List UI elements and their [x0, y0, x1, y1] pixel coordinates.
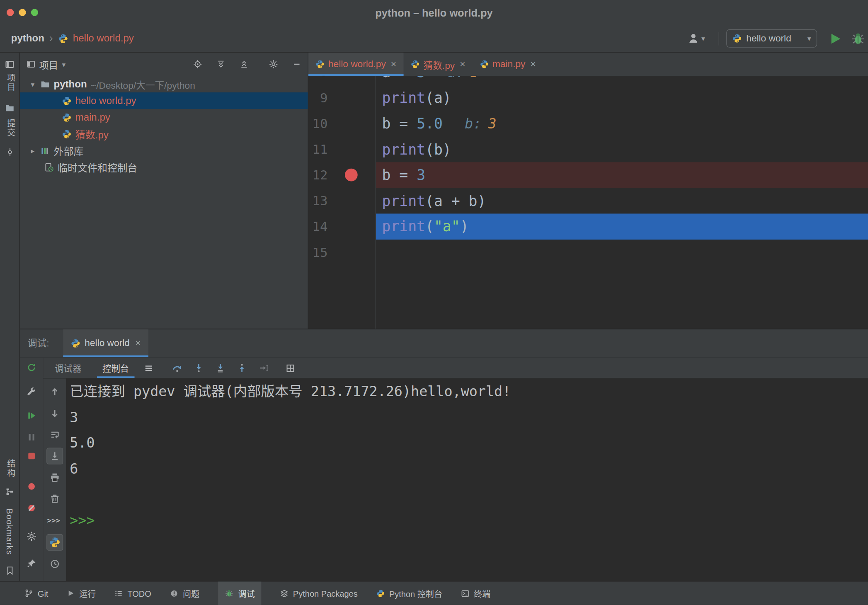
code-line-10: 10 b = 5.0b:3 — [308, 111, 868, 136]
gutter[interactable]: 14 — [308, 214, 376, 240]
breadcrumb-file[interactable]: hello world.py — [73, 33, 134, 44]
project-tool-icon[interactable] — [5, 60, 15, 69]
folder-icon[interactable] — [5, 104, 15, 113]
debug-session-tab[interactable]: hello world × — [63, 329, 148, 357]
chevron-down-icon[interactable]: ▾ — [29, 80, 36, 88]
code-token: (a) — [425, 90, 451, 106]
breadcrumb-separator-icon: › — [49, 32, 53, 45]
hide-panel-button[interactable] — [292, 60, 301, 68]
code-token: (b) — [425, 141, 451, 157]
settings-wrench-icon[interactable] — [27, 387, 36, 397]
up-arrow-icon[interactable] — [50, 387, 60, 397]
view-breakpoints-button[interactable] — [27, 482, 36, 491]
select-opened-file-button[interactable] — [193, 60, 202, 68]
close-icon[interactable]: × — [530, 59, 536, 70]
tree-item-scratches[interactable]: 临时文件和控制台 — [20, 159, 308, 175]
session-tab-label: hello world — [85, 338, 130, 349]
breakpoint-icon[interactable] — [345, 169, 358, 182]
debug-button[interactable] — [851, 31, 866, 46]
step-into-button[interactable] — [194, 363, 204, 373]
close-icon[interactable]: × — [135, 338, 141, 349]
layout-menu-icon[interactable] — [144, 363, 153, 373]
expand-all-button[interactable] — [216, 60, 225, 68]
console-tab[interactable]: 控制台 — [97, 358, 135, 378]
gutter[interactable]: 11 — [308, 136, 376, 162]
mute-breakpoints-button[interactable] — [27, 503, 36, 513]
run-to-cursor-button[interactable] — [259, 363, 269, 373]
python-file-icon — [480, 60, 488, 68]
debugger-tab[interactable]: 调试器 — [49, 358, 87, 378]
debug-hint-value: 3 — [488, 116, 497, 132]
debugger-tab-label: 调试器 — [55, 361, 81, 374]
scroll-to-end-toggle[interactable] — [46, 448, 63, 464]
gutter[interactable]: 9 — [308, 85, 376, 111]
tree-item-caishu-py[interactable]: 猜数.py — [20, 126, 308, 142]
show-python-prompt-toggle[interactable] — [46, 534, 63, 551]
console-prompt[interactable]: >>> — [70, 508, 868, 534]
soft-wrap-icon[interactable] — [50, 430, 60, 440]
statusbar-todo[interactable]: TODO — [115, 582, 151, 605]
gutter[interactable]: 13 — [308, 188, 376, 213]
statusbar-terminal[interactable]: 终端 — [461, 582, 490, 605]
statusbar-python-packages[interactable]: Python Packages — [280, 582, 358, 605]
resume-program-button[interactable] — [27, 411, 36, 421]
tree-root-python[interactable]: ▾ python ~/Desktop/大一下/python — [20, 76, 308, 92]
tree-item-main-py[interactable]: main.py — [20, 109, 308, 126]
down-arrow-icon[interactable] — [50, 409, 60, 419]
force-step-into-button[interactable] — [216, 363, 225, 373]
debug-settings-gear-icon[interactable] — [27, 531, 36, 541]
editor-tab-caishu-py[interactable]: 猜数.py × — [403, 53, 472, 76]
tool-strip-commit[interactable]: 提交 — [5, 119, 17, 138]
close-icon[interactable]: × — [460, 59, 465, 70]
tool-strip-bookmarks[interactable]: Bookmarks — [5, 508, 15, 555]
stop-button[interactable] — [27, 451, 36, 461]
user-menu-button[interactable]: ▾ — [688, 25, 705, 52]
command-prompt-icon[interactable]: >>> — [47, 516, 60, 525]
statusbar-run[interactable]: 运行 — [67, 582, 96, 605]
step-out-button[interactable] — [237, 363, 247, 373]
python-file-icon — [62, 96, 72, 106]
tree-item-external-libraries[interactable]: ▸ 外部库 — [20, 142, 308, 159]
statusbar-python-console[interactable]: Python 控制台 — [376, 582, 442, 605]
code-token: 3 — [417, 167, 425, 183]
clear-console-icon[interactable] — [50, 494, 60, 503]
project-view-selector[interactable]: 项目 ▾ — [27, 53, 65, 76]
options-gear-icon[interactable] — [269, 60, 278, 68]
statusbar-debug[interactable]: 调试 — [218, 582, 262, 605]
bookmark-icon[interactable] — [5, 566, 14, 575]
gutter[interactable]: 8 — [308, 76, 376, 85]
tree-item-label: hello world.py — [75, 95, 136, 106]
chevron-right-icon[interactable]: ▸ — [29, 146, 36, 155]
pin-tab-button[interactable] — [27, 559, 36, 569]
debug-hint-label: b: — [465, 116, 481, 132]
gutter[interactable]: 10 — [308, 111, 376, 136]
tool-strip-structure[interactable]: 结构 — [5, 459, 17, 478]
run-config-selector[interactable]: hello world ▾ — [726, 29, 817, 48]
debug-console-output[interactable]: 已连接到 pydev 调试器(内部版本号 213.7172.26)hello,w… — [66, 378, 868, 581]
commit-icon[interactable] — [5, 148, 14, 157]
code-line-9: 9 print(a) — [308, 85, 868, 111]
editor-tab-main-py[interactable]: main.py × — [473, 53, 543, 76]
collapse-all-button[interactable] — [240, 60, 248, 68]
layout-grid-button[interactable] — [286, 363, 295, 373]
history-clock-icon[interactable] — [50, 559, 60, 569]
structure-icon[interactable] — [5, 488, 14, 496]
pause-program-button[interactable] — [27, 432, 36, 442]
gutter[interactable]: 15 — [308, 240, 376, 265]
debug-action-strip — [20, 358, 43, 581]
statusbar-git[interactable]: Git — [24, 582, 48, 605]
editor-tab-hello-world-py[interactable]: hello world.py × — [308, 53, 404, 76]
tool-strip-project[interactable]: 项目 — [5, 74, 17, 92]
rerun-debug-button[interactable] — [27, 363, 36, 373]
statusbar-problems[interactable]: 问题 — [170, 582, 199, 605]
breadcrumb-project[interactable]: python — [11, 33, 44, 44]
main-toolbar: python › hello world.py ▾ hello world ▾ — [0, 25, 868, 53]
print-icon[interactable] — [50, 473, 60, 483]
tree-item-hello-world-py[interactable]: hello world.py — [20, 92, 308, 109]
close-icon[interactable]: × — [391, 59, 396, 70]
run-button[interactable] — [829, 32, 842, 45]
terminal-icon — [461, 589, 469, 598]
step-over-button[interactable] — [172, 363, 182, 373]
gutter[interactable]: 12 — [308, 162, 376, 188]
code-editor[interactable]: 8 a = 3a:3 9 print(a) 10 b = 5.0b:3 11 p… — [308, 76, 868, 329]
